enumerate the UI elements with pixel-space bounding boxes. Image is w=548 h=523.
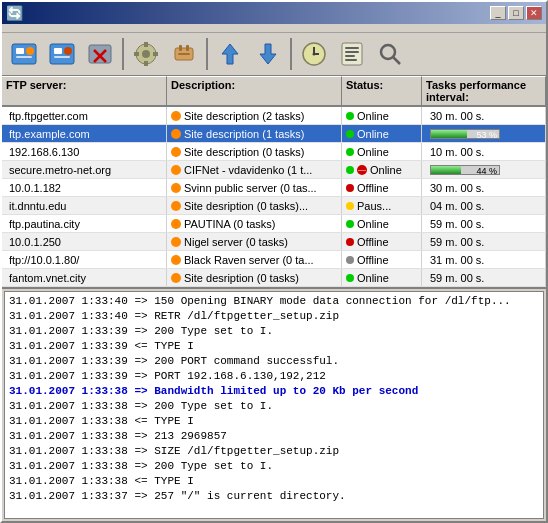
- main-window: 🔄 _ □ ✕: [0, 0, 548, 523]
- menu-help[interactable]: [34, 26, 46, 30]
- status-cell: Online: [342, 107, 422, 124]
- log-line: 31.01.2007 1:33:40 => RETR /dl/ftpgetter…: [9, 309, 539, 324]
- status-text: Offline: [357, 254, 389, 266]
- progress-text: 53 %: [476, 130, 497, 140]
- log-button[interactable]: [334, 36, 370, 72]
- header-interval: Tasks performance interval:: [422, 76, 546, 106]
- interval-text: 59 m. 00 s.: [430, 272, 484, 284]
- minimize-button[interactable]: _: [490, 6, 506, 20]
- svg-rect-28: [345, 47, 359, 49]
- table-row[interactable]: ftp.pautina.cityPAUTINA (0 tasks)Online5…: [2, 215, 546, 233]
- tools-button[interactable]: [166, 36, 202, 72]
- description-text: Site desription (0 tasks): [184, 272, 299, 284]
- close-button[interactable]: ✕: [526, 6, 542, 20]
- status-dot: [346, 220, 354, 228]
- status-cell: Offline: [342, 233, 422, 250]
- status-dot: [346, 274, 354, 282]
- svg-rect-29: [345, 51, 359, 53]
- interval-cell: 59 m. 00 s.: [422, 215, 546, 232]
- delete-profile-button[interactable]: [82, 36, 118, 72]
- svg-rect-7: [54, 56, 70, 58]
- server-table-body: ftp.ftpgetter.comSite description (2 tas…: [2, 107, 546, 287]
- svg-rect-31: [345, 59, 357, 61]
- server-cell: 192.168.6.130: [2, 143, 167, 160]
- description-cell: Site description (0 tasks): [167, 143, 342, 160]
- description-icon: [171, 255, 181, 265]
- interval-text: 04 m. 00 s.: [430, 200, 484, 212]
- log-area[interactable]: 31.01.2007 1:33:40 => 150 Opening BINARY…: [4, 291, 544, 519]
- main-content: FTP server: Description: Status: Tasks p…: [2, 76, 546, 521]
- maximize-button[interactable]: □: [508, 6, 524, 20]
- menu-options[interactable]: [20, 26, 32, 30]
- interval-cell: 53 %: [422, 125, 546, 142]
- svg-rect-27: [342, 43, 362, 65]
- menu-profiles[interactable]: [6, 26, 18, 30]
- description-cell: Site desription (0 tasks)...: [167, 197, 342, 214]
- status-text: Online: [357, 272, 389, 284]
- description-icon: [171, 237, 181, 247]
- svg-marker-22: [260, 44, 276, 64]
- progress-text: 44 %: [476, 166, 497, 176]
- server-name: fantom.vnet.city: [9, 272, 86, 284]
- menu-buy[interactable]: [48, 26, 60, 30]
- progress-bar: 44 %: [430, 165, 500, 175]
- svg-point-12: [142, 50, 150, 58]
- interval-text: 30 m. 00 s.: [430, 182, 484, 194]
- svg-rect-19: [186, 45, 189, 51]
- log-line: 31.01.2007 1:33:39 => 200 Type set to I.: [9, 324, 539, 339]
- upload-button[interactable]: [212, 36, 248, 72]
- download-button[interactable]: [250, 36, 286, 72]
- description-text: CIFNet - vdavidenko (1 t...: [184, 164, 312, 176]
- interval-text: 59 m. 00 s.: [430, 218, 484, 230]
- description-cell: CIFNet - vdavidenko (1 t...: [167, 161, 342, 178]
- log-line: 31.01.2007 1:33:37 => 257 "/" is current…: [9, 489, 539, 504]
- description-cell: Svinn public server (0 tas...: [167, 179, 342, 196]
- status-text: Offline: [357, 236, 389, 248]
- description-icon: [171, 201, 181, 211]
- description-icon: [171, 147, 181, 157]
- table-row[interactable]: ftp://10.0.1.80/Black Raven server (0 ta…: [2, 251, 546, 269]
- description-text: PAUTINA (0 tasks): [184, 218, 275, 230]
- toolbar-separator-1: [122, 38, 124, 70]
- title-controls: _ □ ✕: [490, 6, 542, 20]
- toolbar-separator-3: [290, 38, 292, 70]
- log-line: 31.01.2007 1:33:38 => Bandwidth limited …: [9, 384, 539, 399]
- server-cell: secure.metro-net.org: [2, 161, 167, 178]
- interval-cell: 59 m. 00 s.: [422, 269, 546, 286]
- description-icon: [171, 273, 181, 283]
- settings-button[interactable]: [128, 36, 164, 72]
- schedule-button[interactable]: [296, 36, 332, 72]
- title-bar: 🔄 _ □ ✕: [2, 2, 546, 24]
- table-row[interactable]: 192.168.6.130Site description (0 tasks)O…: [2, 143, 546, 161]
- table-row[interactable]: 10.0.1.182Svinn public server (0 tas...O…: [2, 179, 546, 197]
- table-row[interactable]: ftp.example.comSite description (1 tasks…: [2, 125, 546, 143]
- table-row[interactable]: fantom.vnet.citySite desription (0 tasks…: [2, 269, 546, 287]
- table-row[interactable]: ftp.ftpgetter.comSite description (2 tas…: [2, 107, 546, 125]
- server-cell: ftp.ftpgetter.com: [2, 107, 167, 124]
- edit-profile-button[interactable]: [44, 36, 80, 72]
- svg-point-26: [313, 53, 316, 56]
- svg-point-32: [381, 45, 395, 59]
- table-row[interactable]: secure.metro-net.orgCIFNet - vdavidenko …: [2, 161, 546, 179]
- add-profile-button[interactable]: [6, 36, 42, 72]
- status-dot: [346, 130, 354, 138]
- description-icon: [171, 183, 181, 193]
- interval-cell: 59 m. 00 s.: [422, 233, 546, 250]
- interval-cell: 04 m. 00 s.: [422, 197, 546, 214]
- server-name: 192.168.6.130: [9, 146, 79, 158]
- svg-rect-5: [54, 48, 62, 54]
- description-icon: [171, 165, 181, 175]
- toolbar: [2, 33, 546, 76]
- table-row[interactable]: it.dnntu.eduSite desription (0 tasks)...…: [2, 197, 546, 215]
- status-cell: Online: [342, 143, 422, 160]
- log-line: 31.01.2007 1:33:38 <= TYPE I: [9, 414, 539, 429]
- progress-bar: 53 %: [430, 129, 500, 139]
- description-text: Site description (0 tasks): [184, 146, 304, 158]
- description-text: Site description (2 tasks): [184, 110, 304, 122]
- table-row[interactable]: 10.0.1.250Nigel server (0 tasks)Offline5…: [2, 233, 546, 251]
- svg-marker-21: [222, 44, 238, 64]
- search-button[interactable]: [372, 36, 408, 72]
- description-cell: Site desription (0 tasks): [167, 269, 342, 286]
- interval-text: 30 m. 00 s.: [430, 110, 484, 122]
- description-icon: [171, 129, 181, 139]
